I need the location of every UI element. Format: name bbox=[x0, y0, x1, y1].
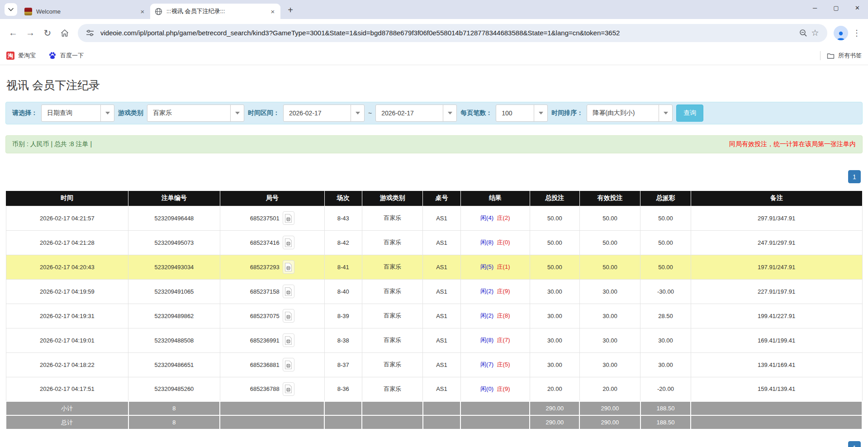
video-replay-icon[interactable] bbox=[283, 285, 294, 298]
cell-time: 2026-02-17 04:17:51 bbox=[6, 377, 128, 401]
cell-payout: 30.00 bbox=[640, 352, 691, 377]
table-row: 2026-02-17 04:19:31 523209489862 6852370… bbox=[6, 304, 862, 328]
video-replay-icon[interactable] bbox=[283, 333, 294, 347]
column-header-2: 注单编号 bbox=[128, 191, 220, 206]
cell-game-type: 百家乐 bbox=[362, 377, 422, 401]
pagination-top: 1 bbox=[5, 170, 861, 183]
tab-close-icon[interactable]: × bbox=[269, 7, 277, 15]
cell-valid-bet: 50.00 bbox=[579, 230, 640, 255]
cell-payout: 50.00 bbox=[640, 255, 691, 279]
minimize-button[interactable]: ─ bbox=[804, 0, 825, 15]
close-button[interactable]: ✕ bbox=[847, 0, 868, 15]
video-replay-icon[interactable] bbox=[283, 382, 294, 396]
zoom-out-icon[interactable] bbox=[797, 27, 809, 39]
browser-toolbar: ← → ↻ videoie.com/ipl/portal.php/game/be… bbox=[0, 19, 868, 47]
cell-total-bet[interactable]: 30.00 bbox=[530, 352, 579, 377]
cell-total-bet[interactable]: 50.00 bbox=[530, 255, 579, 279]
total-valid-bet: 290.00 bbox=[579, 415, 640, 429]
tab-close-icon[interactable]: × bbox=[138, 7, 147, 15]
cell-total-bet[interactable]: 30.00 bbox=[530, 304, 579, 328]
cell-note: 227.91/197.91 bbox=[691, 279, 862, 304]
window-controls: ─ ▢ ✕ bbox=[804, 0, 868, 15]
result-banker: 庄(2) bbox=[497, 214, 510, 221]
subtotal-count: 8 bbox=[128, 401, 220, 415]
page-size-select[interactable]: 100 bbox=[496, 105, 548, 122]
page-1-button[interactable]: 1 bbox=[848, 441, 861, 447]
cell-total-bet[interactable]: 30.00 bbox=[530, 279, 579, 304]
tab-search-chevron-icon[interactable] bbox=[5, 3, 17, 16]
result-banker: 庄(5) bbox=[497, 361, 510, 368]
video-replay-icon[interactable] bbox=[283, 309, 294, 323]
cell-total-bet[interactable]: 50.00 bbox=[530, 206, 579, 230]
cell-valid-bet: 30.00 bbox=[579, 279, 640, 304]
total-count: 8 bbox=[128, 415, 220, 429]
cell-valid-bet: 30.00 bbox=[579, 352, 640, 377]
result-banker: 庄(7) bbox=[497, 337, 510, 343]
cell-note: 297.91/347.91 bbox=[691, 206, 862, 230]
query-mode-select[interactable]: 日期查询 bbox=[41, 105, 114, 122]
cell-total-bet[interactable]: 30.00 bbox=[530, 328, 579, 352]
date-to-select[interactable]: 2026-02-17 bbox=[375, 105, 457, 122]
cell-note: 139.41/169.41 bbox=[691, 352, 862, 377]
cell-time: 2026-02-17 04:19:59 bbox=[6, 279, 128, 304]
result-player: 闲(7) bbox=[480, 361, 493, 368]
cell-payout: 50.00 bbox=[640, 230, 691, 255]
date-range-label: 时间区间： bbox=[248, 109, 280, 117]
date-from-select[interactable]: 2026-02-17 bbox=[283, 105, 365, 122]
cell-result: 闲(8) 庄(0) bbox=[460, 230, 530, 255]
result-player: 闲(8) bbox=[480, 239, 493, 246]
column-header-6: 桌号 bbox=[423, 191, 460, 206]
page-1-button[interactable]: 1 bbox=[848, 170, 861, 183]
game-type-select[interactable]: 百家乐 bbox=[147, 105, 244, 122]
tab-title: Welcome bbox=[36, 8, 138, 15]
result-player: 闲(5) bbox=[480, 263, 493, 270]
cell-session: 8-39 bbox=[324, 304, 362, 328]
date-range-tilde: ~ bbox=[368, 109, 372, 117]
cell-time: 2026-02-17 04:20:43 bbox=[6, 255, 128, 279]
search-button[interactable]: 查询 bbox=[676, 105, 703, 122]
video-replay-icon[interactable] bbox=[283, 260, 294, 274]
bookmark-aitaobao[interactable]: 淘 爱淘宝 bbox=[6, 52, 36, 60]
forward-icon[interactable]: → bbox=[23, 25, 38, 41]
page-title: 视讯 会员下注纪录 bbox=[6, 78, 863, 93]
cell-session: 8-36 bbox=[324, 377, 362, 401]
refresh-icon[interactable]: ↻ bbox=[40, 25, 55, 41]
back-icon[interactable]: ← bbox=[5, 25, 21, 41]
url-text[interactable]: videoie.com/ipl/portal.php/game/betrecor… bbox=[100, 29, 793, 37]
cell-game-type: 百家乐 bbox=[362, 328, 422, 352]
all-bookmarks-button[interactable]: 所有书签 bbox=[820, 51, 862, 60]
tab-welcome[interactable]: Welcome × bbox=[20, 4, 150, 19]
video-replay-icon[interactable] bbox=[283, 211, 294, 225]
time-sort-select[interactable]: 降幂(由大到小) bbox=[587, 105, 673, 122]
site-settings-tune-icon[interactable] bbox=[84, 27, 96, 39]
bookmark-star-icon[interactable]: ☆ bbox=[809, 27, 821, 39]
total-row: 总计 8 290.00 290.00 188.50 bbox=[6, 415, 862, 429]
round-number: 685236788 bbox=[250, 385, 280, 392]
maximize-button[interactable]: ▢ bbox=[825, 0, 847, 15]
cell-session: 8-41 bbox=[324, 255, 362, 279]
result-player: 闲(8) bbox=[480, 337, 493, 343]
cell-result: 闲(5) 庄(1) bbox=[460, 255, 530, 279]
home-icon[interactable] bbox=[57, 25, 72, 41]
cell-total-bet[interactable]: 20.00 bbox=[530, 377, 579, 401]
cell-note: 199.41/227.91 bbox=[691, 304, 862, 328]
url-bar[interactable]: videoie.com/ipl/portal.php/game/betrecor… bbox=[78, 24, 827, 42]
table-body: 2026-02-17 04:21:57 523209496448 6852375… bbox=[6, 206, 862, 401]
column-header-8: 总投注 bbox=[530, 191, 579, 206]
cell-total-bet[interactable]: 50.00 bbox=[530, 230, 579, 255]
chevron-down-icon bbox=[443, 105, 456, 121]
result-banker: 庄(9) bbox=[497, 385, 510, 392]
new-tab-button[interactable]: + bbox=[284, 4, 297, 16]
video-replay-icon[interactable] bbox=[283, 358, 294, 371]
browser-menu-icon[interactable]: ⋮ bbox=[851, 27, 863, 39]
video-replay-icon[interactable] bbox=[283, 236, 294, 249]
tab-betrecord[interactable]: :::视讯 会员下注纪录::: × bbox=[150, 4, 280, 19]
bookmark-label: 爱淘宝 bbox=[18, 52, 36, 60]
profile-avatar[interactable] bbox=[834, 26, 848, 40]
cell-payout: 28.50 bbox=[640, 304, 691, 328]
bookmark-baidu[interactable]: 百度一下 bbox=[48, 52, 84, 60]
cell-round: 685237416 bbox=[220, 230, 324, 255]
subtotal-row: 小计 8 290.00 290.00 188.50 bbox=[6, 401, 862, 415]
cell-time: 2026-02-17 04:21:57 bbox=[6, 206, 128, 230]
result-player: 闲(2) bbox=[480, 312, 493, 319]
